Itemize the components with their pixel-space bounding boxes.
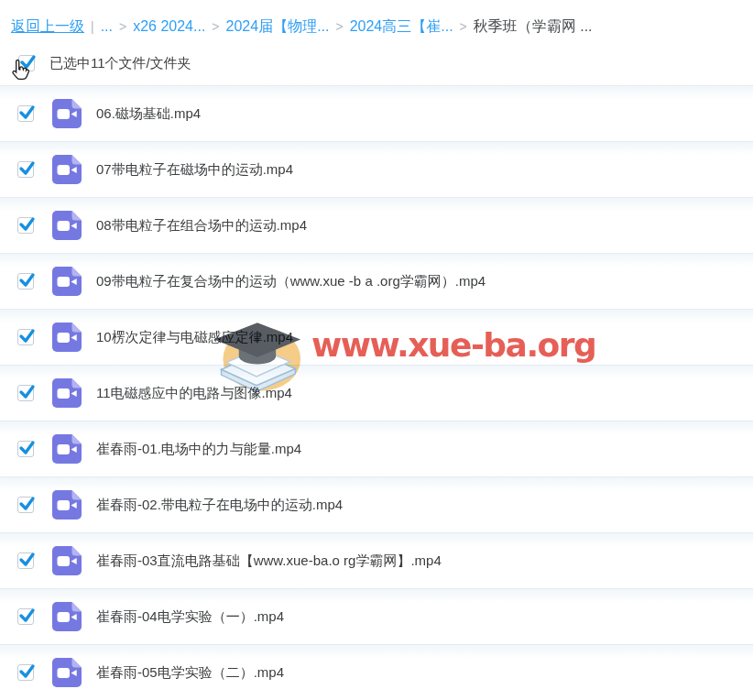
video-file-icon [51, 210, 82, 241]
file-checkbox[interactable] [17, 664, 34, 681]
back-to-parent-link[interactable]: 返回上一级 [11, 17, 84, 37]
video-file-icon [51, 266, 82, 297]
checkmark-icon [17, 159, 36, 178]
file-name[interactable]: 崔春雨-04电学实验（一）.mp4 [96, 608, 284, 626]
checkmark-icon [17, 327, 36, 345]
checkmark-icon [17, 271, 36, 290]
file-row[interactable]: 崔春雨-03直流电路基础【www.xue-ba.o rg学霸网】.mp4 [0, 532, 753, 588]
file-row[interactable]: 11电磁感应中的电路与图像.mp4 [0, 365, 753, 421]
file-checkbox[interactable] [17, 273, 34, 290]
file-checkbox[interactable] [17, 608, 34, 625]
file-checkbox[interactable] [17, 161, 34, 178]
file-row[interactable]: 09带电粒子在复合场中的运动（www.xue -b a .org学霸网）.mp4 [0, 253, 753, 309]
file-row[interactable]: 崔春雨-04电学实验（一）.mp4 [0, 588, 753, 644]
file-list: 06.磁场基础.mp4 07带电粒子在磁场中的运动.mp4 08带电粒子在组合场… [0, 85, 753, 700]
file-checkbox[interactable] [17, 497, 34, 513]
checkmark-icon [17, 215, 36, 234]
file-row[interactable]: 06.磁场基础.mp4 [0, 85, 753, 141]
video-file-icon [51, 433, 82, 465]
checkmark-icon [17, 495, 36, 513]
video-file-icon [51, 601, 82, 632]
checkmark-icon [17, 551, 36, 569]
file-name[interactable]: 09带电粒子在复合场中的运动（www.xue -b a .org学霸网）.mp4 [96, 273, 486, 290]
breadcrumb-item-root[interactable]: ... [101, 18, 113, 35]
hand-pointer-cursor-icon [7, 57, 35, 86]
breadcrumb-separator: > [212, 19, 219, 34]
video-file-icon [51, 322, 82, 353]
video-file-icon [51, 154, 82, 185]
selection-header: 已选中11个文件/文件夹 [0, 41, 753, 85]
checkmark-icon [17, 607, 36, 625]
file-name[interactable]: 崔春雨-02.带电粒子在电场中的运动.mp4 [96, 497, 343, 514]
breadcrumb-pipe: | [91, 19, 94, 34]
video-file-icon [51, 377, 82, 409]
checkmark-icon [17, 104, 36, 122]
selection-count-label: 已选中11个文件/文件夹 [49, 55, 191, 72]
file-name[interactable]: 07带电粒子在磁场中的运动.mp4 [96, 161, 293, 179]
file-row[interactable]: 崔春雨-05电学实验（二）.mp4 [0, 644, 753, 700]
file-checkbox[interactable] [17, 329, 34, 345]
file-name[interactable]: 06.磁场基础.mp4 [96, 105, 201, 123]
file-row[interactable]: 崔春雨-02.带电粒子在电场中的运动.mp4 [0, 476, 753, 532]
breadcrumb: 返回上一级 | ... > x26 2024... > 2024届【物理... … [0, 0, 753, 41]
breadcrumb-separator: > [119, 19, 126, 34]
file-name[interactable]: 崔春雨-03直流电路基础【www.xue-ba.o rg学霸网】.mp4 [96, 552, 442, 570]
checkmark-icon [17, 383, 36, 401]
breadcrumb-item-current: 秋季班（学霸网 ... [474, 17, 593, 37]
video-file-icon [51, 545, 82, 576]
file-checkbox[interactable] [17, 385, 34, 401]
file-row[interactable]: 10楞次定律与电磁感应定律.mp4 [0, 309, 753, 365]
video-file-icon [51, 657, 82, 688]
breadcrumb-item-3[interactable]: 2024高三【崔... [350, 17, 453, 37]
file-name[interactable]: 08带电粒子在组合场中的运动.mp4 [96, 217, 307, 235]
file-checkbox[interactable] [17, 441, 34, 457]
checkmark-icon [17, 662, 36, 681]
file-checkbox[interactable] [17, 105, 34, 122]
file-row[interactable]: 07带电粒子在磁场中的运动.mp4 [0, 141, 753, 197]
video-file-icon [51, 489, 82, 520]
file-name[interactable]: 10楞次定律与电磁感应定律.mp4 [96, 329, 293, 346]
breadcrumb-separator: > [335, 19, 343, 34]
video-file-icon [51, 98, 82, 129]
breadcrumb-item-2[interactable]: 2024届【物理... [226, 17, 330, 37]
checkmark-icon [17, 439, 36, 457]
file-checkbox[interactable] [17, 552, 34, 569]
breadcrumb-item-1[interactable]: x26 2024... [133, 18, 205, 35]
file-name[interactable]: 崔春雨-05电学实验（二）.mp4 [96, 664, 284, 682]
file-name[interactable]: 11电磁感应中的电路与图像.mp4 [96, 385, 292, 402]
file-row[interactable]: 崔春雨-01.电场中的力与能量.mp4 [0, 421, 753, 476]
file-name[interactable]: 崔春雨-01.电场中的力与能量.mp4 [96, 441, 301, 458]
file-checkbox[interactable] [17, 217, 34, 234]
breadcrumb-separator: > [460, 19, 467, 34]
file-row[interactable]: 08带电粒子在组合场中的运动.mp4 [0, 197, 753, 253]
